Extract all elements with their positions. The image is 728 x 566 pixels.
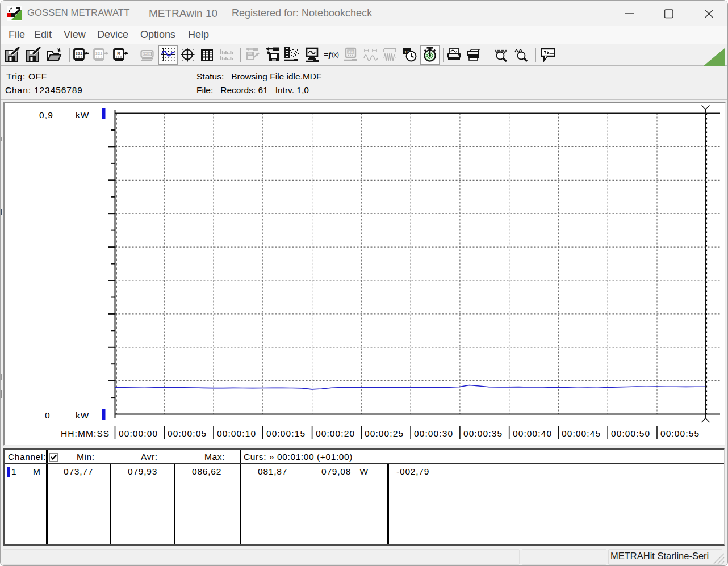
svg-text:(x): (x): [332, 51, 339, 58]
svg-text:1257: 1257: [143, 52, 150, 56]
svg-text:321: 321: [348, 51, 354, 54]
svg-text:321: 321: [76, 52, 83, 56]
svg-text:M: M: [117, 51, 120, 57]
svg-text:321: 321: [95, 52, 103, 56]
